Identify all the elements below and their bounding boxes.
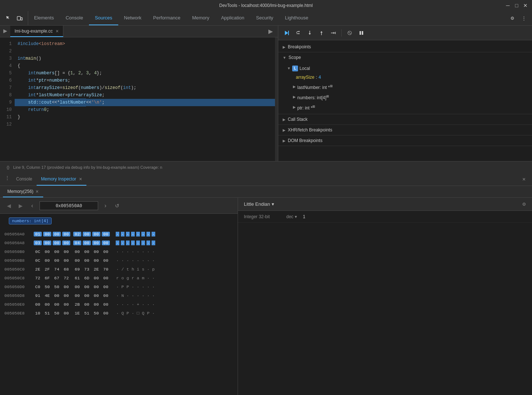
device-icon[interactable] — [15, 13, 25, 23]
mem-byte-3-1[interactable]: 00 — [43, 258, 51, 263]
memory-inspector-tab-close[interactable]: × — [79, 176, 82, 182]
mem-byte-4-4[interactable]: 69 — [73, 267, 81, 272]
mem-byte-0-4[interactable]: 02 — [73, 232, 81, 236]
mem-byte-8-0[interactable]: 00 — [34, 302, 42, 307]
scope-arraysize-row[interactable]: arraySize : 4 — [296, 74, 526, 81]
mem-byte-6-7[interactable]: 00 — [102, 284, 110, 289]
scope-ptr-row[interactable]: ▶ ptr: int *⊞ — [293, 103, 526, 112]
file-tab-active[interactable]: lmi-bug-example.cc × — [10, 26, 63, 37]
value-format-selector[interactable]: dec ▾ — [286, 214, 297, 219]
mem-byte-7-6[interactable]: 00 — [92, 293, 100, 298]
mem-byte-9-5[interactable]: 51 — [83, 311, 91, 316]
minimize-btn[interactable]: ─ — [505, 3, 511, 8]
mem-byte-1-4[interactable]: 04 — [73, 241, 81, 245]
mem-byte-4-6[interactable]: 2E — [92, 267, 100, 272]
mem-byte-5-2[interactable]: 67 — [53, 276, 61, 280]
memory-tab-close[interactable]: × — [36, 189, 38, 194]
mem-byte-1-7[interactable]: 00 — [102, 241, 110, 245]
refresh-btn[interactable]: ↺ — [113, 201, 122, 210]
mem-byte-0-1[interactable]: 00 — [43, 232, 51, 236]
mem-byte-0-2[interactable]: 00 — [53, 232, 61, 236]
step-btn[interactable] — [328, 28, 338, 38]
step-into-btn[interactable] — [305, 28, 315, 38]
mem-byte-8-7[interactable]: 00 — [102, 302, 110, 307]
mem-byte-1-1[interactable]: 00 — [43, 241, 51, 245]
mem-byte-3-0[interactable]: 0C — [34, 258, 42, 263]
mem-byte-1-6[interactable]: 00 — [92, 241, 100, 245]
mem-byte-3-5[interactable]: 00 — [83, 258, 91, 263]
mem-byte-9-3[interactable]: 00 — [62, 311, 70, 316]
close-btn[interactable]: ✕ — [522, 3, 528, 8]
mem-byte-9-7[interactable]: 00 — [102, 311, 110, 316]
callstack-header[interactable]: ▶ Call Stack — [278, 114, 532, 124]
mem-byte-7-3[interactable]: 00 — [62, 293, 70, 298]
mem-byte-4-5[interactable]: 73 — [83, 267, 91, 272]
mem-byte-7-0[interactable]: 91 — [34, 293, 42, 298]
mem-byte-6-0[interactable]: C0 — [34, 284, 42, 289]
mem-byte-2-0[interactable]: 0C — [34, 249, 42, 254]
mem-byte-5-6[interactable]: 00 — [92, 276, 100, 280]
mem-byte-4-0[interactable]: 2E — [34, 267, 42, 272]
tab-memory-inspector[interactable]: Memory Inspector × — [37, 173, 86, 186]
tab-sources[interactable]: Sources — [89, 11, 118, 25]
mem-byte-8-4[interactable]: 2B — [73, 302, 81, 307]
tab-performance[interactable]: Performance — [147, 11, 186, 25]
resume-btn[interactable] — [281, 28, 291, 38]
mem-byte-1-3[interactable]: 00 — [62, 241, 70, 245]
mem-byte-6-4[interactable]: 00 — [73, 284, 81, 289]
mem-byte-8-2[interactable]: 00 — [53, 302, 61, 307]
mem-byte-0-0[interactable]: 01 — [34, 232, 42, 236]
mem-byte-8-6[interactable]: 00 — [92, 302, 100, 307]
mem-byte-9-6[interactable]: 50 — [92, 311, 100, 316]
history-fwd-btn[interactable]: ▶ — [16, 201, 25, 210]
bottom-toggle-icon[interactable]: ⋮ — [3, 173, 12, 183]
mem-byte-6-5[interactable]: 00 — [83, 284, 91, 289]
mem-byte-9-2[interactable]: 50 — [53, 311, 61, 316]
mem-byte-7-2[interactable]: 00 — [53, 293, 61, 298]
mem-byte-3-4[interactable]: 00 — [73, 258, 81, 263]
mem-byte-7-1[interactable]: 4E — [43, 293, 51, 298]
addr-prev-btn[interactable]: ‹ — [28, 201, 37, 210]
scope-lastnumber-row[interactable]: ▶ lastNumber: int *⊞ — [293, 82, 526, 91]
xhr-header[interactable]: ▶ XHR/fetch Breakpoints — [278, 125, 532, 135]
mem-byte-0-5[interactable]: 00 — [83, 232, 91, 236]
mem-byte-5-1[interactable]: 6F — [43, 276, 51, 280]
mem-byte-1-2[interactable]: 00 — [53, 241, 61, 245]
mem-byte-1-0[interactable]: 03 — [34, 241, 42, 245]
mem-byte-2-3[interactable]: 00 — [62, 249, 70, 254]
tab-network[interactable]: Network — [118, 11, 148, 25]
mem-byte-4-1[interactable]: 2F — [43, 267, 51, 272]
mem-byte-4-3[interactable]: 68 — [62, 267, 70, 272]
tab-security[interactable]: Security — [250, 11, 279, 25]
mem-byte-0-6[interactable]: 00 — [92, 232, 100, 236]
file-close-icon[interactable]: × — [56, 28, 59, 34]
scope-local-row[interactable]: ▼ L Local — [287, 65, 526, 72]
mem-byte-6-1[interactable]: 50 — [43, 284, 51, 289]
scope-header[interactable]: ▼ Scope — [278, 52, 532, 63]
addr-next-btn[interactable]: › — [101, 201, 110, 210]
settings-icon[interactable]: ⚙ — [507, 13, 517, 23]
step-out-btn[interactable] — [316, 28, 327, 38]
mem-byte-5-5[interactable]: 6D — [83, 276, 91, 280]
mem-byte-0-3[interactable]: 00 — [62, 232, 70, 236]
mem-byte-2-1[interactable]: 00 — [43, 249, 51, 254]
mem-byte-2-2[interactable]: 00 — [53, 249, 61, 254]
close-bottom-panel-icon[interactable]: ✕ — [519, 174, 529, 185]
mem-byte-7-4[interactable]: 00 — [73, 293, 81, 298]
mem-byte-2-6[interactable]: 00 — [92, 249, 100, 254]
scrollbar-vertical[interactable] — [275, 37, 278, 161]
mem-byte-9-4[interactable]: 1E — [73, 311, 81, 316]
mem-byte-9-1[interactable]: 51 — [43, 311, 51, 316]
dom-header[interactable]: ▶ DOM Breakpoints — [278, 135, 532, 146]
mem-byte-3-2[interactable]: 00 — [53, 258, 61, 263]
mem-byte-6-6[interactable]: 00 — [92, 284, 100, 289]
panel-toggle-icon[interactable]: ▶ — [0, 26, 10, 36]
mem-byte-2-5[interactable]: 00 — [83, 249, 91, 254]
mem-byte-3-6[interactable]: 00 — [92, 258, 100, 263]
mem-byte-5-0[interactable]: 72 — [34, 276, 42, 280]
maximize-btn[interactable]: □ — [514, 3, 520, 8]
mem-byte-0-7[interactable]: 00 — [102, 232, 110, 236]
mem-byte-5-7[interactable]: 00 — [102, 276, 110, 280]
tab-elements[interactable]: Elements — [28, 11, 60, 25]
mem-byte-7-5[interactable]: 00 — [83, 293, 91, 298]
